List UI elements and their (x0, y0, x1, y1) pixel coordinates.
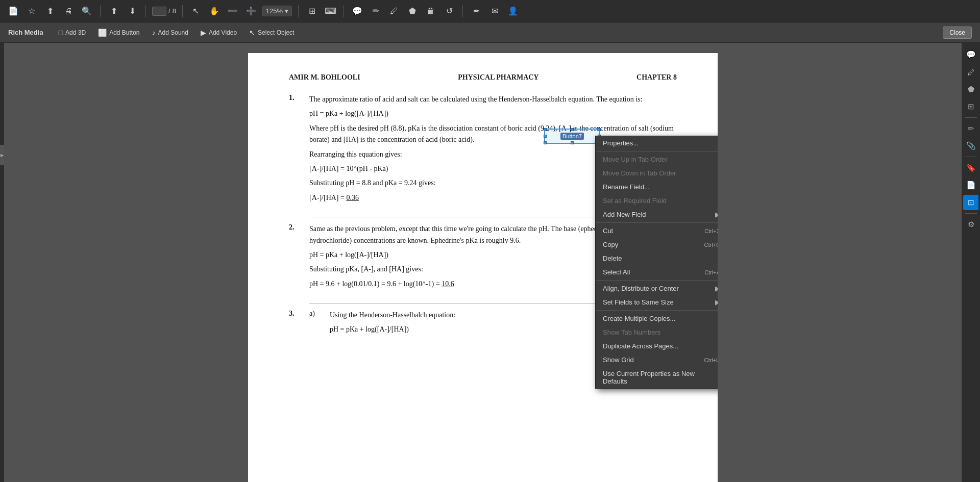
add-sound-button[interactable]: ♪ Add Sound (147, 27, 193, 39)
list-number: 1. (289, 94, 301, 207)
print-icon[interactable]: 🖨 (61, 4, 76, 18)
cm-cut-shortcut: Ctrl+X (704, 228, 718, 234)
cm-delete[interactable]: Delete (596, 251, 718, 265)
rotate-icon[interactable]: ↺ (442, 4, 456, 18)
resize-handle-bl[interactable] (544, 141, 547, 144)
cm-move-up-tab: Move Up in Tab Order (596, 153, 718, 166)
cm-sep3 (596, 280, 718, 281)
header-center: PHYSICAL PHARMACY (458, 73, 538, 82)
equation: pH = pKa + log([A-]/[HA]) (309, 108, 677, 119)
select-object-button[interactable]: ↖ Select Object (244, 27, 299, 39)
header-right: CHAPTER 8 (636, 73, 677, 82)
cm-use-current-props[interactable]: Use Current Properties as New Defaults (596, 367, 718, 388)
cm-show-tab-numbers-label: Show Tab Numbers (603, 328, 660, 336)
keyboard-icon[interactable]: ⌨ (323, 4, 337, 18)
rs-shapes-icon[interactable]: ⬟ (963, 82, 978, 97)
right-sidebar: 💬 🖊 ⬟ ⊞ ✏ 📎 🔖 📄 ⊡ ⚙ (962, 43, 980, 482)
cm-create-copies[interactable]: Create Multiple Copies... (596, 312, 718, 325)
sep6 (462, 5, 463, 17)
cm-properties[interactable]: Properties... (596, 136, 718, 150)
pen-icon[interactable]: ✏ (369, 4, 383, 18)
scroll-down-icon[interactable]: ⬇ (125, 4, 139, 18)
add-button-button[interactable]: ⬜ Add Button (93, 27, 144, 39)
cm-show-grid[interactable]: Show Grid Ctrl+U (596, 353, 718, 367)
cm-properties-label: Properties... (603, 139, 639, 147)
cm-set-same-size[interactable]: Set Fields to Same Size ▶ (596, 295, 718, 309)
rs-edit-field-icon[interactable]: ✏ (963, 121, 978, 136)
split-icon[interactable]: ⊞ (305, 4, 319, 18)
highlight-icon[interactable]: 🖊 (387, 4, 401, 18)
cm-show-tab-numbers: Show Tab Numbers (596, 325, 718, 339)
rs-pages-icon[interactable]: 📄 (963, 177, 978, 193)
cm-rename-field[interactable]: Rename Field... (596, 180, 718, 194)
cm-copy-label: Copy (603, 241, 618, 248)
page-separator: / (168, 7, 170, 15)
cm-add-new-field[interactable]: Add New Field ▶ (596, 208, 718, 221)
text-paragraph: The approximate ratio of acid and salt c… (309, 94, 677, 105)
current-page-input[interactable]: 1 (152, 7, 166, 16)
add-3d-icon: □ (59, 29, 63, 37)
context-menu: Properties... Move Up in Tab Order Move … (595, 136, 718, 389)
cm-select-all-shortcut: Ctrl+A (704, 269, 718, 275)
sep5 (344, 5, 344, 17)
rs-attach-icon[interactable]: 📎 (963, 138, 978, 154)
resize-handle-tc[interactable] (571, 128, 574, 131)
rs-comment-icon[interactable]: 💬 (963, 47, 978, 62)
share-icon[interactable]: 👤 (506, 4, 520, 18)
cm-move-down-tab-label: Move Down in Tab Order (603, 169, 676, 177)
cm-cut-label: Cut (603, 227, 613, 235)
cm-align-distribute[interactable]: Align, Distribute or Center ▶ (596, 282, 718, 295)
zoom-control[interactable]: 125% ▾ (262, 6, 292, 16)
total-pages: 8 (173, 7, 176, 15)
rs-sep3 (965, 213, 977, 214)
rs-sep2 (965, 157, 977, 157)
resize-handle-tl[interactable] (544, 128, 547, 131)
add-3d-label: Add 3D (65, 29, 86, 36)
cursor-icon[interactable]: ↖ (189, 4, 203, 18)
upload-icon[interactable]: ⬆ (43, 4, 57, 18)
rs-settings-icon[interactable]: ⚙ (963, 217, 978, 232)
add-video-button[interactable]: ▶ Add Video (195, 27, 242, 39)
rs-layers-icon[interactable]: ⊞ (963, 99, 978, 114)
select-object-label: Select Object (258, 29, 294, 36)
cm-set-same-size-label: Set Fields to Same Size (603, 298, 674, 306)
bookmark-icon[interactable]: ☆ (24, 4, 39, 18)
add-button-label: Add Button (109, 29, 139, 36)
rs-bookmark-icon[interactable]: 🔖 (963, 160, 978, 175)
rich-media-bar: Rich Media □ Add 3D ⬜ Add Button ♪ Add S… (0, 22, 980, 43)
cm-sep2 (596, 222, 718, 223)
cm-align-distribute-arrow: ▶ (715, 285, 718, 292)
add-3d-button[interactable]: □ Add 3D (54, 27, 91, 39)
button7-field[interactable]: Button7 (544, 129, 600, 144)
page-navigation: 1 / 8 (152, 7, 176, 16)
cm-show-grid-label: Show Grid (603, 356, 634, 364)
resize-handle-bc[interactable] (571, 141, 574, 144)
sep3 (182, 5, 183, 17)
cm-select-all[interactable]: Select All Ctrl+A (596, 265, 718, 279)
cm-select-all-label: Select All (603, 268, 630, 276)
resize-handle-tr[interactable] (598, 128, 601, 131)
sep4 (298, 5, 299, 17)
underline-value: 0.36 (346, 194, 359, 201)
new-icon[interactable]: 📄 (6, 4, 20, 18)
cm-duplicate-pages[interactable]: Duplicate Across Pages... (596, 339, 718, 353)
search-icon[interactable]: 🔍 (80, 4, 94, 18)
comment-icon[interactable]: 💬 (350, 4, 364, 18)
list-letter: a) (309, 310, 322, 339)
rs-active-panel-icon[interactable]: ⊡ (963, 195, 978, 210)
delete-icon[interactable]: 🗑 (424, 4, 438, 18)
scroll-up-icon[interactable]: ⬆ (107, 4, 121, 18)
resize-handle-ml[interactable] (544, 135, 547, 138)
cm-cut[interactable]: Cut Ctrl+X (596, 224, 718, 238)
zoom-out-icon[interactable]: ➖ (226, 4, 240, 18)
close-button[interactable]: Close (943, 27, 972, 39)
stamp-icon[interactable]: ⬟ (405, 4, 420, 18)
email-icon[interactable]: ✉ (487, 4, 502, 18)
rs-highlight-icon[interactable]: 🖊 (963, 64, 978, 80)
hand-icon[interactable]: ✋ (207, 4, 222, 18)
underline-value: 10.6 (442, 280, 454, 288)
cm-copy[interactable]: Copy Ctrl+C (596, 238, 718, 251)
zoom-in-icon[interactable]: ➕ (244, 4, 258, 18)
edit-icon[interactable]: ✒ (469, 4, 483, 18)
rs-sep1 (965, 117, 977, 118)
